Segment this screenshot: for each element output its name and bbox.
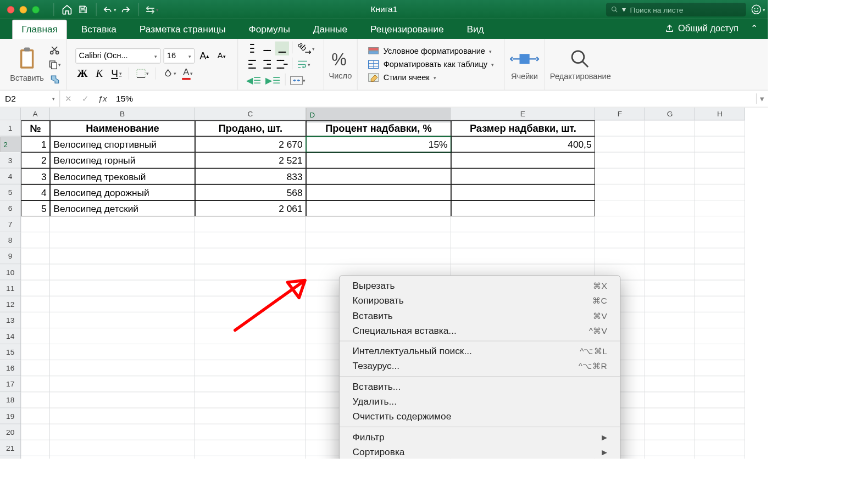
cell[interactable] <box>451 184 595 200</box>
cell[interactable] <box>645 296 695 312</box>
ctx-insert[interactable]: Вставить... <box>340 379 620 394</box>
cell[interactable] <box>21 281 50 296</box>
qat-customize[interactable]: ⇆▾ <box>145 3 159 16</box>
cell[interactable] <box>451 232 595 248</box>
tab-review[interactable]: Рецензирование <box>362 20 453 39</box>
cell[interactable] <box>695 392 745 408</box>
cell[interactable] <box>695 120 745 136</box>
tab-pagelayout[interactable]: Разметка страницы <box>130 20 235 39</box>
font-size-selector[interactable]: 16▾ <box>163 48 194 63</box>
conditional-formatting-button[interactable]: Условное форматирование▾ <box>367 46 495 58</box>
column-header[interactable]: A <box>21 108 50 121</box>
cell[interactable] <box>645 344 695 360</box>
cell[interactable] <box>645 328 695 344</box>
cell[interactable] <box>645 264 695 280</box>
ctx-filter[interactable]: Фильтр▶ <box>340 430 620 445</box>
percent-icon[interactable]: % <box>329 48 352 69</box>
cell[interactable] <box>21 344 50 360</box>
increase-indent-button[interactable]: ▶☰ <box>264 74 282 87</box>
cell[interactable] <box>451 153 595 169</box>
cell[interactable] <box>645 248 695 264</box>
align-left-button[interactable]: ━━━━━ <box>245 58 259 71</box>
cell[interactable] <box>695 376 745 392</box>
align-bottom-button[interactable]: ━━ <box>275 42 288 55</box>
cell[interactable] <box>695 136 745 152</box>
cell[interactable]: 1 <box>21 136 50 152</box>
cell[interactable] <box>21 328 50 344</box>
cell[interactable] <box>645 216 695 232</box>
cell[interactable] <box>595 184 645 200</box>
row-header[interactable]: 14 <box>0 328 21 344</box>
cell[interactable] <box>695 424 745 440</box>
cell[interactable] <box>21 440 50 456</box>
row-header[interactable]: 7 <box>0 216 21 232</box>
orientation-button[interactable]: ab↗▾ <box>296 42 316 55</box>
cell[interactable]: 5 <box>21 200 50 216</box>
ctx-clear[interactable]: Очистить содержимое <box>340 409 620 424</box>
cell[interactable] <box>50 440 195 456</box>
close-window-button[interactable] <box>7 5 15 13</box>
cell[interactable] <box>695 456 745 459</box>
search-input[interactable]: ▾ Поиск на листе <box>606 3 746 16</box>
cell[interactable] <box>595 120 645 136</box>
cell[interactable] <box>645 169 695 184</box>
cell[interactable] <box>695 216 745 232</box>
cell[interactable] <box>21 248 50 264</box>
cell[interactable]: № <box>21 120 50 136</box>
cell[interactable] <box>195 424 306 440</box>
align-middle-button[interactable]: ━━ <box>260 42 274 55</box>
row-header[interactable]: 22 <box>0 456 21 459</box>
cell[interactable] <box>50 216 195 232</box>
cell[interactable] <box>195 232 306 248</box>
font-name-selector[interactable]: Calibri (Осн...▾ <box>75 48 160 63</box>
cell[interactable] <box>695 328 745 344</box>
cell[interactable] <box>195 360 306 376</box>
cell[interactable] <box>695 264 745 280</box>
column-headers[interactable]: ABCDEFGH <box>21 108 745 121</box>
cell[interactable] <box>50 296 195 312</box>
row-header[interactable]: 3 <box>0 153 21 169</box>
cell[interactable] <box>50 376 195 392</box>
select-all-button[interactable] <box>0 108 21 121</box>
cell[interactable] <box>645 440 695 456</box>
cell[interactable] <box>645 136 695 152</box>
cell[interactable]: Велосипед детский <box>50 200 195 216</box>
copy-button[interactable]: ▾ <box>48 58 61 71</box>
cell[interactable] <box>50 312 195 328</box>
cell[interactable] <box>21 392 50 408</box>
redo-button[interactable] <box>119 3 132 16</box>
cell[interactable]: Размер надбавки, шт. <box>451 120 595 136</box>
row-header[interactable]: 16 <box>0 360 21 376</box>
cell[interactable] <box>645 312 695 328</box>
cell[interactable] <box>695 312 745 328</box>
cell[interactable] <box>645 456 695 459</box>
cell[interactable] <box>195 408 306 424</box>
ctx-sort[interactable]: Сортировка▶ <box>340 445 620 458</box>
row-header[interactable]: 11 <box>0 281 21 296</box>
cell[interactable] <box>695 200 745 216</box>
bold-button[interactable]: Ж <box>75 66 89 80</box>
row-header[interactable]: 13 <box>0 312 21 328</box>
cell[interactable] <box>195 312 306 328</box>
row-header[interactable]: 19 <box>0 408 21 424</box>
cell[interactable] <box>306 216 451 232</box>
cell[interactable] <box>50 232 195 248</box>
cell[interactable] <box>451 200 595 216</box>
cell[interactable] <box>50 424 195 440</box>
cell[interactable]: 568 <box>195 184 306 200</box>
row-header[interactable]: 15 <box>0 344 21 360</box>
font-color-button[interactable]: A▾ <box>180 66 194 80</box>
cell[interactable] <box>695 281 745 296</box>
cell[interactable] <box>695 408 745 424</box>
cell[interactable] <box>195 281 306 296</box>
ctx-cut[interactable]: Вырезать⌘X <box>340 278 620 293</box>
cell[interactable] <box>50 328 195 344</box>
cell[interactable] <box>645 424 695 440</box>
cell[interactable] <box>595 169 645 184</box>
cell[interactable]: 2 521 <box>195 153 306 169</box>
row-header[interactable]: 9 <box>0 248 21 264</box>
name-box[interactable]: D2▾ <box>0 91 60 107</box>
cell[interactable]: Велосипед спортивный <box>50 136 195 152</box>
insert-function-button[interactable]: ƒx <box>94 91 111 107</box>
minimize-window-button[interactable] <box>19 5 27 13</box>
